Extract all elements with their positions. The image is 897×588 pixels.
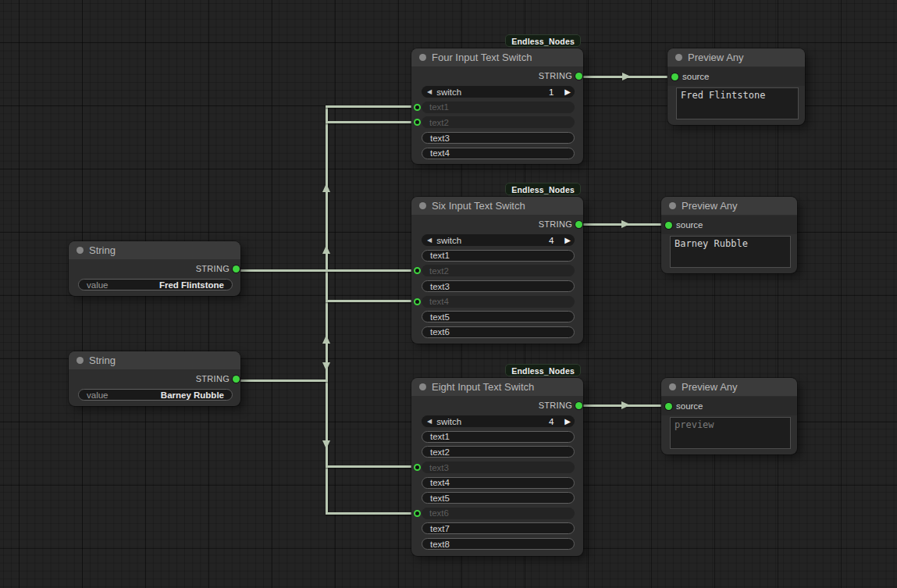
switch-row: ◀ switch 4 ▶ xyxy=(411,414,583,429)
link-wire xyxy=(326,105,418,108)
collapse-dot-icon[interactable] xyxy=(669,202,676,209)
input-label: source xyxy=(676,220,703,230)
widget-text3[interactable]: text3 xyxy=(422,280,575,292)
input-label: source xyxy=(676,401,703,411)
input-slot-source[interactable] xyxy=(671,73,678,80)
value-text: Barney Rubble xyxy=(161,390,224,400)
input-slot-text4[interactable] xyxy=(414,298,421,305)
widget-text3[interactable]: text3 xyxy=(422,132,575,144)
node-title-bar[interactable]: Preview Any xyxy=(667,48,805,67)
output-slot-string[interactable] xyxy=(233,376,240,383)
node-title: Preview Any xyxy=(682,381,738,393)
value-text: Fred Flintstone xyxy=(159,280,224,290)
collapse-dot-icon[interactable] xyxy=(419,383,426,390)
node-title-bar[interactable]: Four Input Text Switch xyxy=(411,48,583,67)
switch-next-icon[interactable]: ▶ xyxy=(564,88,571,96)
switch-prev-icon[interactable]: ◀ xyxy=(427,89,432,95)
link-arrow-up-icon xyxy=(322,335,330,344)
input-slot-text6[interactable] xyxy=(414,510,421,517)
node-title-bar[interactable]: String xyxy=(69,351,240,370)
node-title: Preview Any xyxy=(688,52,744,63)
switch-next-icon[interactable]: ▶ xyxy=(564,418,571,426)
input-slot-text2[interactable] xyxy=(414,267,421,274)
output-row: STRING xyxy=(411,67,583,84)
link-wire xyxy=(326,465,418,468)
node-title-bar[interactable]: Preview Any xyxy=(661,378,797,397)
preview-text-area[interactable]: Fred Flintstone xyxy=(676,87,799,119)
widget-text4[interactable]: text4 xyxy=(422,148,575,159)
node-eight-input-text-switch[interactable]: Eight Input Text Switch STRING ◀ switch … xyxy=(411,378,583,556)
link-wire-trunk xyxy=(326,105,328,514)
node-preview-any-barney[interactable]: Preview Any source Barney Rubble xyxy=(661,197,797,273)
input-slot-text3[interactable] xyxy=(414,464,421,471)
switch-row: ◀ switch 4 ▶ xyxy=(411,233,583,248)
preview-text-area[interactable]: preview xyxy=(670,417,791,449)
node-badge: Endless_Nodes xyxy=(505,34,581,47)
link-wire xyxy=(326,121,418,123)
switch-widget[interactable]: ◀ switch 4 ▶ xyxy=(422,415,575,427)
node-string-fred[interactable]: String STRING value Fred Flintstone xyxy=(69,241,240,296)
value-widget[interactable]: value Barney Rubble xyxy=(78,389,233,401)
widget-text7[interactable]: text7 xyxy=(422,522,575,534)
widget-text2[interactable]: text2 xyxy=(422,446,575,458)
output-slot-string[interactable] xyxy=(233,265,240,273)
link-arrow-down-icon xyxy=(322,362,330,371)
switch-value: 4 xyxy=(549,417,554,426)
output-row: STRING xyxy=(69,370,240,387)
node-six-input-text-switch[interactable]: Six Input Text Switch STRING ◀ switch 4 … xyxy=(411,197,583,344)
output-row: STRING xyxy=(69,260,240,277)
node-title-bar[interactable]: String xyxy=(69,241,240,260)
output-slot-string[interactable] xyxy=(575,73,582,80)
node-badge: Endless_Nodes xyxy=(505,183,581,195)
link-arrow-down-icon xyxy=(322,440,330,449)
switch-prev-icon[interactable]: ◀ xyxy=(427,419,432,425)
collapse-dot-icon[interactable] xyxy=(669,383,676,390)
graph-canvas[interactable]: Endless_Nodes Endless_Nodes Endless_Node… xyxy=(0,0,897,588)
node-title: Four Input Text Switch xyxy=(432,52,532,63)
node-four-input-text-switch[interactable]: Four Input Text Switch STRING ◀ switch 1… xyxy=(411,48,583,164)
collapse-dot-icon[interactable] xyxy=(419,202,426,209)
switch-value: 4 xyxy=(549,236,554,245)
input-label: source xyxy=(682,72,710,81)
widget-text1: text1 xyxy=(422,102,575,113)
widget-text2: text2 xyxy=(422,265,575,276)
node-title-bar[interactable]: Six Input Text Switch xyxy=(411,197,583,216)
link-arrow-up-icon xyxy=(322,184,330,192)
node-title-bar[interactable]: Preview Any xyxy=(661,197,797,216)
node-string-barney[interactable]: String STRING value Barney Rubble xyxy=(69,351,240,406)
output-slot-string[interactable] xyxy=(575,402,582,409)
widget-text6[interactable]: text6 xyxy=(422,326,575,338)
input-slot-source[interactable] xyxy=(665,222,672,229)
node-preview-any-default[interactable]: Preview Any source preview xyxy=(661,378,797,454)
switch-widget[interactable]: ◀ switch 1 ▶ xyxy=(422,86,575,98)
switch-prev-icon[interactable]: ◀ xyxy=(427,237,432,244)
widget-text4[interactable]: text4 xyxy=(422,477,575,489)
widget-text1[interactable]: text1 xyxy=(422,431,575,443)
link-wire xyxy=(326,512,418,515)
collapse-dot-icon[interactable] xyxy=(77,357,84,364)
widget-text1[interactable]: text1 xyxy=(422,250,575,262)
widget-text5[interactable]: text5 xyxy=(422,492,575,504)
input-slot-text1[interactable] xyxy=(414,104,421,111)
switch-widget[interactable]: ◀ switch 4 ▶ xyxy=(422,234,575,246)
widget-text3: text3 xyxy=(422,461,575,473)
node-preview-any-fred[interactable]: Preview Any source Fred Flintstone xyxy=(667,48,805,125)
switch-label: switch xyxy=(436,236,461,245)
input-slot-source[interactable] xyxy=(665,403,672,410)
widget-text5[interactable]: text5 xyxy=(422,311,575,323)
collapse-dot-icon[interactable] xyxy=(419,54,426,61)
node-title-bar[interactable]: Eight Input Text Switch xyxy=(411,378,583,397)
collapse-dot-icon[interactable] xyxy=(77,247,84,254)
switch-value: 1 xyxy=(549,87,554,97)
input-row: source xyxy=(661,216,797,234)
preview-text-area[interactable]: Barney Rubble xyxy=(670,236,791,268)
switch-next-icon[interactable]: ▶ xyxy=(564,237,571,244)
output-slot-string[interactable] xyxy=(575,221,582,228)
switch-row: ◀ switch 1 ▶ xyxy=(411,84,583,100)
node-badge: Endless_Nodes xyxy=(505,364,581,376)
value-widget[interactable]: value Fred Flintstone xyxy=(78,279,233,290)
input-slot-text2[interactable] xyxy=(414,119,421,126)
collapse-dot-icon[interactable] xyxy=(675,54,682,61)
widget-text8[interactable]: text8 xyxy=(422,538,575,550)
switch-label: switch xyxy=(436,87,461,97)
